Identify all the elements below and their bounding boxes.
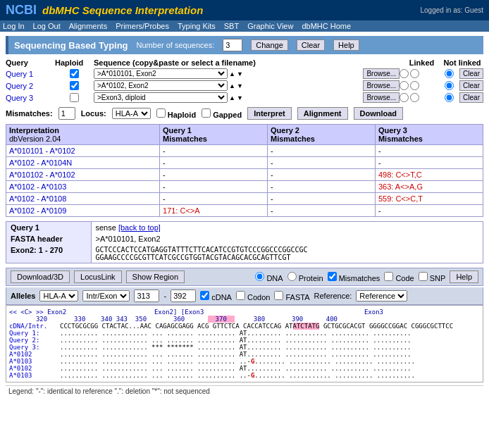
locus-select[interactable]: HLA-A bbox=[112, 108, 151, 119]
query-3-clear[interactable]: Clear bbox=[459, 92, 483, 103]
query-3-haploid-check[interactable] bbox=[70, 93, 79, 102]
alleles-label: Alleles bbox=[11, 292, 35, 300]
range-end-input[interactable] bbox=[171, 290, 196, 302]
ncbi-logo: NCBI bbox=[6, 3, 37, 18]
allele-link[interactable]: A*010101 - A*0102 bbox=[9, 147, 75, 155]
gapped-label: Gapped bbox=[202, 108, 242, 119]
query-3-scroll-down[interactable]: ▼ bbox=[237, 94, 243, 101]
locus-link-button[interactable]: LocusLink bbox=[74, 270, 122, 283]
query-2-clear[interactable]: Clear bbox=[459, 80, 483, 91]
query-1-scroll-up[interactable]: ▲ bbox=[229, 70, 235, 77]
interp-col-allele: Interpretation dbVersion 2.04 bbox=[6, 125, 160, 145]
query-3-row: Query 3 >Exon3, diploid ▲ ▼ Browse... Cl… bbox=[6, 92, 483, 103]
help-button[interactable]: Help bbox=[333, 39, 359, 51]
query-2-haploid bbox=[55, 81, 94, 90]
fasta-check[interactable] bbox=[274, 291, 283, 300]
fasta-seq-1: GCTCCCACTCCATGAGGTATTTCTTCACATCCGTGTCCCG… bbox=[96, 246, 479, 254]
seq-exon-header: << <C> >> Exon2 Exon2] [Exon3 Exon3 bbox=[9, 309, 480, 316]
mismatches-check[interactable] bbox=[328, 272, 337, 281]
nav-login[interactable]: Log In bbox=[3, 22, 25, 30]
q3-mismatch: 559: C<>C,T bbox=[375, 193, 483, 205]
query-1-radio-link1[interactable] bbox=[400, 69, 409, 78]
allele-link[interactable]: A*0102 - A*0104N bbox=[9, 158, 72, 167]
snp-check[interactable] bbox=[419, 272, 428, 281]
table-row: A*0102 - A*0104N - - - bbox=[6, 157, 483, 169]
seq-row-query2: Query 2: .......... ............ ... ...… bbox=[9, 337, 480, 344]
query-1-browse[interactable]: Browse... bbox=[363, 68, 400, 79]
alignment-button[interactable]: Alignment bbox=[297, 107, 348, 120]
allele-link[interactable]: A*0102 - A*0109 bbox=[9, 206, 66, 215]
download-button[interactable]: Download bbox=[354, 107, 404, 120]
allele-link[interactable]: A*010102 - A*0102 bbox=[9, 170, 75, 179]
nav-dbmhc[interactable]: dbMHC Home bbox=[302, 22, 351, 30]
code-check[interactable] bbox=[384, 272, 393, 281]
nav-primers[interactable]: Primers/Probes bbox=[116, 22, 169, 30]
codon-check[interactable] bbox=[236, 291, 245, 300]
interpret-button[interactable]: Interpret bbox=[247, 107, 292, 120]
fasta-query-row: Query 1 sense [back to top] bbox=[6, 222, 483, 233]
show-region-button[interactable]: Show Region bbox=[126, 270, 185, 283]
query-1-seq-select[interactable]: >A*010101, Exon2 bbox=[94, 68, 228, 79]
nav-alignments[interactable]: Alignments bbox=[69, 22, 107, 30]
haploid-check[interactable] bbox=[156, 108, 166, 118]
query-2-browse[interactable]: Browse... bbox=[363, 80, 400, 91]
sequence-viewer: << <C> >> Exon2 Exon2] [Exon3 Exon3 320 … bbox=[6, 305, 483, 382]
q3-mismatch: 363: A<>A,G bbox=[375, 181, 483, 193]
query-1-radio-linked bbox=[400, 69, 438, 78]
fasta-back-to-top[interactable]: [back to top] bbox=[118, 223, 161, 232]
clear-all-button[interactable]: Clear bbox=[297, 39, 325, 51]
nav-typing-kits[interactable]: Typing Kits bbox=[178, 22, 216, 30]
nav-sbt[interactable]: SBT bbox=[224, 22, 239, 30]
cdna-check[interactable] bbox=[200, 291, 209, 300]
nav-logout[interactable]: Log Out bbox=[33, 22, 61, 30]
query-2-radio-link2[interactable] bbox=[410, 81, 419, 90]
query-2-seq: >A*0102, Exon2 ▲ ▼ bbox=[94, 80, 363, 91]
query-1-haploid bbox=[55, 69, 94, 78]
interp-col-q3: Query 3Mismatches bbox=[375, 125, 483, 145]
reference-select[interactable]: Reference bbox=[356, 290, 407, 301]
query-1-radio-notlink[interactable] bbox=[445, 69, 454, 78]
query-3-browse[interactable]: Browse... bbox=[363, 92, 400, 103]
interpretation-table: Interpretation dbVersion 2.04 Query 1Mis… bbox=[6, 124, 483, 217]
query-1-radio-link2[interactable] bbox=[410, 69, 419, 78]
alleles-locus-select[interactable]: HLA-A bbox=[39, 290, 78, 301]
intr-exon-select[interactable]: Intr/Exon bbox=[82, 290, 130, 301]
query-1-label: Query 1 bbox=[6, 70, 55, 78]
query-2-row: Query 2 >A*0102, Exon2 ▲ ▼ Browse... Cle… bbox=[6, 80, 483, 91]
change-button[interactable]: Change bbox=[251, 39, 288, 51]
seq-row-query3: Query 3: .......... ............ *** ***… bbox=[9, 344, 480, 351]
query-3-radio-link1[interactable] bbox=[400, 93, 409, 102]
query-3-radio-notlink[interactable] bbox=[445, 93, 454, 102]
fasta-check-label: FASTA bbox=[274, 291, 309, 301]
query-3-seq-select[interactable]: >Exon3, diploid bbox=[94, 92, 228, 103]
mismatches-input[interactable] bbox=[58, 107, 75, 120]
allele-link[interactable]: A*0102 - A*0108 bbox=[9, 194, 66, 203]
query-1-row: Query 1 >A*010101, Exon2 ▲ ▼ Browse... C… bbox=[6, 68, 483, 79]
nav-graphic[interactable]: Graphic View bbox=[247, 22, 293, 30]
query-1-scroll-down[interactable]: ▼ bbox=[237, 70, 243, 77]
query-1-haploid-check[interactable] bbox=[70, 69, 79, 78]
query-header: Query Haploid Sequence (copy&paste or se… bbox=[6, 58, 483, 67]
query-2-radio-link1[interactable] bbox=[400, 81, 409, 90]
range-start-input[interactable] bbox=[134, 290, 159, 302]
protein-radio[interactable] bbox=[287, 272, 297, 281]
query-3-radio-link2[interactable] bbox=[410, 93, 419, 102]
allele-link[interactable]: A*0102 - A*0103 bbox=[9, 182, 66, 191]
range-separator: - bbox=[163, 292, 166, 300]
gapped-check[interactable] bbox=[202, 108, 211, 118]
toolbar-help-button[interactable]: Help bbox=[450, 270, 478, 283]
query-2-haploid-check[interactable] bbox=[70, 81, 79, 90]
q3-mismatch: - bbox=[375, 145, 483, 157]
num-seq-input[interactable] bbox=[223, 39, 242, 51]
options-row: Mismatches: Locus: HLA-A Haploid Gapped … bbox=[6, 107, 483, 120]
query-2-seq-select[interactable]: >A*0102, Exon2 bbox=[94, 80, 228, 91]
query-2-scroll-up[interactable]: ▲ bbox=[229, 82, 235, 89]
dna-radio[interactable] bbox=[255, 272, 264, 281]
query-3-scroll-up[interactable]: ▲ bbox=[229, 94, 235, 101]
query-2-scroll-down[interactable]: ▼ bbox=[237, 82, 243, 89]
q2-mismatch: - bbox=[267, 205, 375, 217]
query-1-clear[interactable]: Clear bbox=[459, 68, 483, 79]
seq-row-a0103-2: A*0103 .......... ............ ... .....… bbox=[9, 372, 480, 379]
download-3d-button[interactable]: Download/3D bbox=[11, 270, 70, 283]
query-2-radio-notlink[interactable] bbox=[445, 81, 454, 90]
